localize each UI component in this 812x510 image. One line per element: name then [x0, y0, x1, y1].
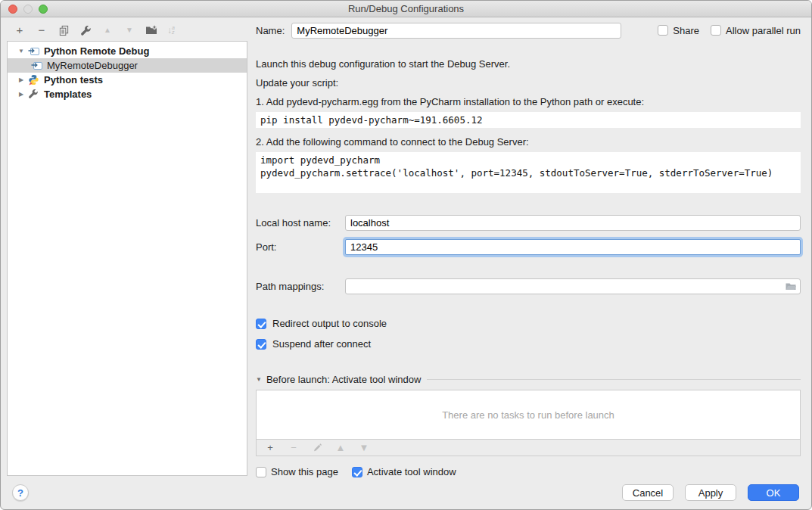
- tree-item-python-remote-debug[interactable]: ▼ Python Remote Debug: [8, 44, 247, 58]
- suspend-after-connect-checkbox[interactable]: [256, 339, 266, 350]
- redirect-output-checkbox-group[interactable]: Redirect output to console: [256, 318, 801, 329]
- remote-debug-config-icon: [31, 60, 43, 72]
- allow-parallel-run-label: Allow parallel run: [726, 25, 801, 36]
- expand-collapse-icon[interactable]: ▶: [17, 91, 25, 98]
- before-launch-header-label: Before launch: Activate tool window: [266, 374, 422, 385]
- configurations-tree: ▼ Python Remote Debug MyRemoteDebugger ▶: [7, 41, 247, 476]
- move-up-icon[interactable]: ▲: [101, 24, 114, 36]
- remove-configuration-icon[interactable]: −: [36, 24, 48, 36]
- move-down-icon[interactable]: ▼: [123, 24, 135, 36]
- show-this-page-label: Show this page: [271, 466, 338, 477]
- port-input[interactable]: [345, 239, 801, 255]
- suspend-after-connect-checkbox-group[interactable]: Suspend after connect: [256, 338, 801, 350]
- share-label: Share: [673, 25, 699, 36]
- instruction-line-1: Launch this debug configuration to start…: [256, 58, 801, 70]
- edit-templates-wrench-icon[interactable]: [79, 24, 92, 36]
- tree-item-templates[interactable]: ▶ Templates: [8, 87, 247, 101]
- expand-collapse-icon[interactable]: ▼: [17, 48, 25, 54]
- move-task-up-icon[interactable]: ▲: [334, 442, 347, 454]
- ok-button[interactable]: OK: [748, 484, 799, 501]
- activate-tool-window-label: Activate tool window: [367, 466, 456, 477]
- remove-task-icon[interactable]: −: [288, 442, 300, 454]
- zoom-window-button[interactable]: [39, 5, 48, 14]
- pip-install-command: pip install pydevd-pycharm~=191.6605.12: [256, 112, 801, 128]
- cancel-button[interactable]: Cancel: [622, 484, 674, 501]
- add-task-icon[interactable]: +: [264, 442, 276, 454]
- edit-task-pencil-icon[interactable]: [311, 442, 323, 454]
- tree-item-python-tests[interactable]: ▶ Python tests: [8, 73, 247, 87]
- tree-item-label: Python Remote Debug: [44, 45, 149, 57]
- apply-button[interactable]: Apply: [685, 484, 736, 501]
- close-window-button[interactable]: [8, 5, 17, 14]
- python-tests-icon: [28, 74, 40, 86]
- dialog-buttons: Cancel Apply OK: [622, 484, 799, 501]
- path-mappings-input[interactable]: [345, 278, 801, 294]
- minimize-window-button[interactable]: [23, 5, 33, 14]
- allow-parallel-run-checkbox-group[interactable]: Allow parallel run: [711, 25, 801, 36]
- share-checkbox[interactable]: [658, 25, 668, 36]
- collapse-section-icon[interactable]: ▼: [256, 376, 262, 383]
- activate-tool-window-checkbox[interactable]: [352, 467, 362, 477]
- tree-item-label: MyRemoteDebugger: [47, 60, 138, 71]
- browse-folder-icon[interactable]: [785, 281, 797, 293]
- header-rule: [427, 379, 801, 380]
- remote-debug-config-icon: [28, 45, 40, 58]
- port-label: Port:: [256, 241, 345, 253]
- instruction-step-1: 1. Add pydevd-pycharm.egg from the PyCha…: [256, 96, 801, 108]
- path-mappings-label: Path mappings:: [256, 281, 345, 292]
- local-host-name-label: Local host name:: [256, 217, 345, 229]
- titlebar: Run/Debug Configurations: [1, 1, 811, 17]
- instruction-step-2: 2. Add the following command to connect …: [256, 136, 801, 148]
- help-button[interactable]: ?: [12, 484, 29, 501]
- suspend-after-connect-label: Suspend after connect: [272, 338, 371, 350]
- settrace-command: import pydevd_pycharm pydevd_pycharm.set…: [256, 152, 801, 193]
- before-launch-task-list: There are no tasks to run before launch …: [256, 390, 801, 456]
- configuration-form: Name: Share Allow parallel run Launch th…: [256, 22, 801, 477]
- templates-wrench-icon: [28, 89, 40, 101]
- window-title: Run/Debug Configurations: [348, 3, 464, 14]
- move-task-down-icon[interactable]: ▼: [358, 442, 370, 454]
- tree-item-label: Python tests: [44, 74, 103, 86]
- tree-item-myremotedebugger[interactable]: MyRemoteDebugger: [8, 58, 247, 73]
- instruction-line-2: Update your script:: [256, 77, 801, 89]
- task-list-toolbar: + − ▲ ▼: [257, 439, 800, 456]
- configurations-toolbar: + − ▲ ▼ ↓ az: [14, 23, 175, 38]
- empty-task-list-message: There are no tasks to run before launch: [257, 390, 800, 439]
- redirect-output-label: Redirect output to console: [272, 318, 387, 329]
- copy-configuration-icon[interactable]: [58, 24, 70, 36]
- before-launch-section-header[interactable]: ▼ Before launch: Activate tool window: [256, 374, 801, 385]
- show-this-page-checkbox[interactable]: [256, 467, 266, 477]
- activate-tool-window-checkbox-group[interactable]: Activate tool window: [352, 466, 456, 477]
- run-debug-configurations-dialog: Run/Debug Configurations + − ▲ ▼ ↓: [0, 0, 812, 510]
- traffic-lights: [8, 5, 48, 14]
- name-label: Name:: [256, 25, 285, 36]
- name-input[interactable]: [291, 23, 621, 39]
- add-configuration-icon[interactable]: +: [14, 24, 26, 36]
- show-this-page-checkbox-group[interactable]: Show this page: [256, 466, 338, 477]
- allow-parallel-run-checkbox[interactable]: [711, 25, 721, 36]
- sort-configurations-icon[interactable]: ↓ az: [167, 25, 175, 36]
- local-host-name-input[interactable]: [345, 215, 801, 231]
- tree-item-label: Templates: [44, 89, 92, 100]
- redirect-output-checkbox[interactable]: [256, 319, 266, 329]
- share-checkbox-group[interactable]: Share: [658, 25, 699, 36]
- new-folder-icon[interactable]: [145, 24, 157, 36]
- expand-collapse-icon[interactable]: ▶: [17, 76, 25, 83]
